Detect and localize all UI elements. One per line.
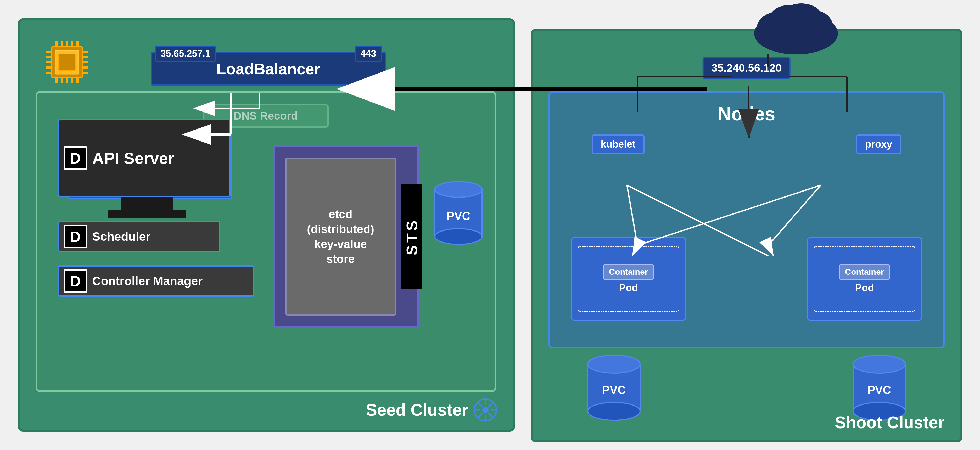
api-server-label: API Server — [92, 149, 175, 167]
pod-box-right: Container Pod — [807, 237, 922, 321]
seed-cluster-label: Seed Cluster — [366, 398, 497, 422]
seed-cluster-text: Seed Cluster — [366, 400, 468, 420]
svg-line-40 — [478, 403, 482, 407]
controller-manager-label: Controller Manager — [92, 274, 203, 288]
etcd-outer: etcd (distributed) key-value store STS — [273, 145, 419, 328]
seed-pvc: PVC — [432, 177, 485, 250]
svg-line-42 — [488, 403, 493, 407]
api-server-stack: D API Server — [58, 119, 236, 213]
container-badge-left: Container — [603, 264, 654, 280]
controller-d-badge: D — [64, 269, 87, 293]
svg-line-43 — [478, 413, 482, 417]
sts-label: STS — [403, 218, 420, 255]
pvc-bottom-left: PVC — [585, 351, 643, 425]
svg-point-49 — [780, 3, 822, 32]
scheduler-label: Scheduler — [92, 229, 151, 243]
cpu-icon — [41, 36, 88, 83]
lb-port-badge: 443 — [355, 46, 382, 62]
shoot-cluster-text: Shoot Cluster — [835, 413, 945, 432]
shoot-cluster: 35.240.56.120 Nodes kubelet proxy Contai… — [531, 29, 963, 442]
proxy-badge: proxy — [856, 135, 901, 154]
api-server-front: D API Server — [58, 119, 231, 197]
pod-label-left: Container Pod — [578, 246, 679, 312]
api-server-d-badge: D — [64, 146, 87, 170]
svg-text:PVC: PVC — [602, 383, 625, 396]
monitor-base — [108, 210, 186, 218]
kubelet-badge: kubelet — [592, 135, 644, 154]
control-plane-box: D API Server D Scheduler D Controller Ma… — [36, 91, 496, 392]
svg-line-41 — [488, 413, 493, 417]
pod-label-right: Container Pod — [814, 246, 915, 312]
scheduler-box: D Scheduler — [58, 221, 220, 252]
lb-ip-badge: 35.65.257.1 — [155, 46, 216, 62]
loadbalancer-box: 35.65.257.1 443 LoadBalancer — [151, 52, 386, 86]
svg-point-26 — [435, 181, 482, 197]
svg-text:PVC: PVC — [867, 383, 891, 396]
pod-text-right: Pod — [855, 282, 874, 294]
svg-point-69 — [588, 355, 640, 373]
diagram-container: 35.65.257.1 443 LoadBalancer DNS Record … — [6, 5, 974, 445]
etcd-text: etcd (distributed) key-value store — [307, 207, 374, 267]
sts-badge: STS — [401, 184, 422, 289]
svg-point-74 — [853, 355, 905, 373]
container-badge-right: Container — [839, 264, 890, 280]
shoot-ip-badge: 35.240.56.120 — [702, 57, 791, 79]
svg-point-68 — [588, 402, 640, 420]
scheduler-d-badge: D — [64, 225, 87, 248]
cloud-svg — [749, 0, 843, 54]
cloud-icon — [749, 0, 843, 56]
pod-box-left: Container Pod — [571, 237, 686, 321]
svg-point-25 — [435, 229, 482, 244]
seed-cluster: 35.65.257.1 443 LoadBalancer DNS Record … — [18, 18, 515, 432]
svg-text:PVC: PVC — [446, 210, 470, 223]
etcd-inner: etcd (distributed) key-value store — [285, 157, 396, 315]
k8s-icon — [474, 398, 497, 422]
nodes-title: Nodes — [718, 103, 775, 124]
nodes-box: Nodes kubelet proxy Container Pod Contai… — [549, 91, 945, 348]
controller-manager-box: D Controller Manager — [58, 265, 255, 297]
shoot-cluster-label: Shoot Cluster — [835, 413, 945, 432]
pod-text-left: Pod — [619, 282, 638, 294]
svg-rect-2 — [59, 54, 75, 71]
svg-point-35 — [482, 407, 488, 413]
lb-title: LoadBalancer — [216, 60, 320, 78]
